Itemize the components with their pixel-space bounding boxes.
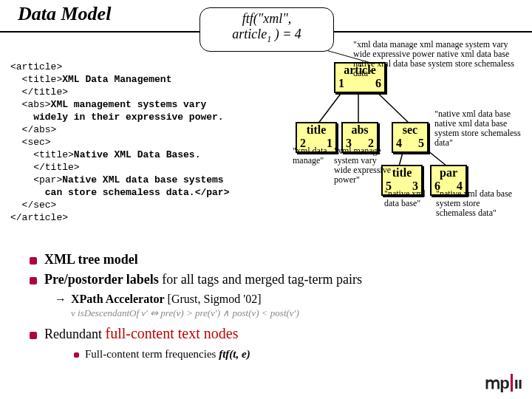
annot-abs: "xml manage system vary wide expressive …: [334, 146, 392, 185]
bullet-icon: [30, 257, 37, 265]
bullet-icon: [30, 277, 37, 284]
bullet-icon: [30, 332, 37, 339]
ftf-line1: ftf("xml",: [200, 11, 333, 27]
annot-title1: "xml data manage": [293, 146, 334, 166]
annot-article: "xml data manage xml manage system vary …: [353, 40, 523, 78]
xpath-formula: v isDescendantOf v' ⇔ pre(v) > pre(v') ∧…: [71, 307, 299, 319]
logo: ⅿpıı: [485, 374, 522, 393]
ftf-line2: article1 ) = 4: [200, 27, 333, 45]
annot-par: "native xml data base system store schem…: [436, 189, 517, 218]
annot-title2: "native xml data base": [384, 189, 433, 208]
bullet-icon: [74, 352, 79, 358]
node-sec: sec 45: [392, 122, 429, 153]
bullets: XML tree model Pre/postorder labels for …: [30, 250, 362, 309]
bullets-2: Redundant full-content text nodes Full-c…: [30, 324, 250, 364]
annot-sec: "native xml data base native xml data ba…: [434, 109, 522, 148]
arrow-icon: →: [55, 293, 66, 305]
ftf-callout: ftf("xml", article1 ) = 4: [200, 7, 334, 52]
